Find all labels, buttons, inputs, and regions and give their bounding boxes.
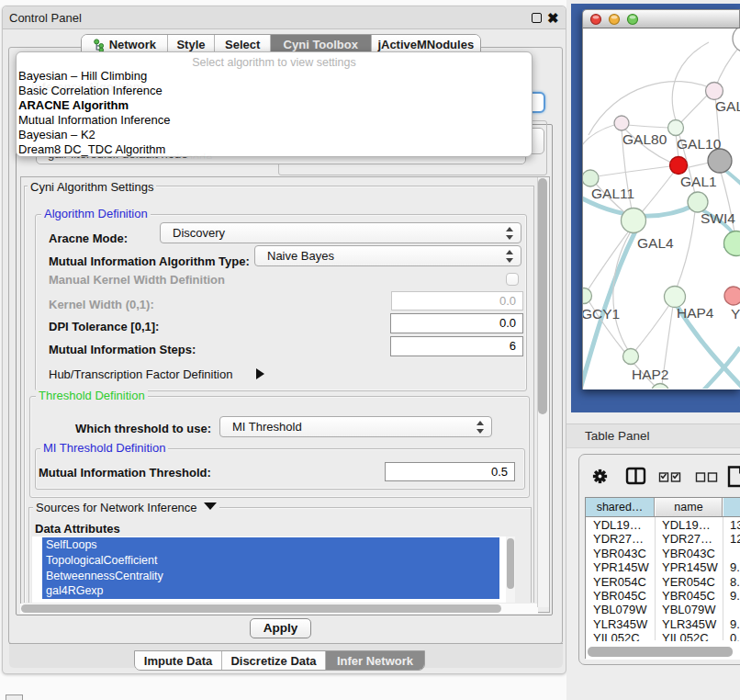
svg-text:GAL10: GAL10 — [677, 136, 722, 152]
svg-text:HAP2: HAP2 — [632, 367, 669, 382]
svg-text:GAL11: GAL11 — [591, 186, 634, 201]
svg-text:GAL7: GAL7 — [715, 98, 740, 114]
svg-text:GAL1: GAL1 — [680, 174, 717, 189]
svg-text:Y: Y — [731, 306, 740, 322]
svg-text:GAL80: GAL80 — [622, 131, 667, 147]
svg-text:GCY1: GCY1 — [582, 306, 620, 322]
svg-text:HAP4: HAP4 — [677, 305, 714, 321]
svg-text:GAL4: GAL4 — [637, 235, 674, 251]
svg-text:SWI4: SWI4 — [701, 210, 735, 226]
